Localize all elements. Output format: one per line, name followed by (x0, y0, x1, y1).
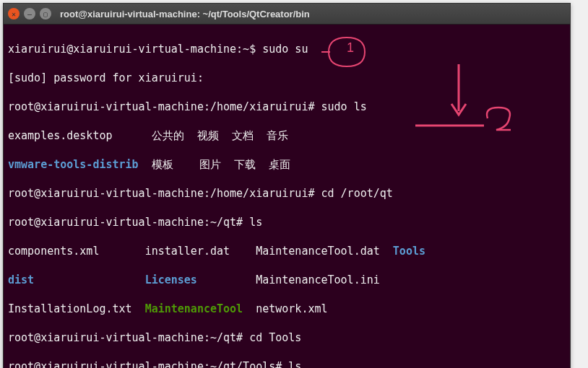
cmd: ls (249, 216, 262, 229)
ls-item: MaintenanceTool.dat (256, 245, 393, 258)
cmd: cd /root/qt (321, 187, 392, 200)
prompt: root@xiaruirui-virtual-machine:/home/xia… (8, 100, 321, 113)
prompt: root@xiaruirui-virtual-machine:~/qt# (8, 216, 249, 229)
close-icon[interactable]: ✕ (8, 8, 20, 19)
window-titlebar: ✕ – ▢ root@xiaruirui-virtual-machine: ~/… (4, 4, 570, 25)
prompt: root@xiaruirui-virtual-machine:~/qt/Tool… (8, 360, 288, 368)
minimize-icon[interactable]: – (24, 8, 35, 19)
cmd: ls (288, 360, 301, 368)
ls-item: InstallationLog.txt (8, 302, 145, 315)
maximize-icon[interactable]: ▢ (40, 8, 51, 19)
prompt: root@xiaruirui-virtual-machine:~/qt# (8, 331, 249, 344)
ls-dir: Licenses (145, 273, 256, 286)
window-title: root@xiaruirui-virtual-machine: ~/qt/Too… (60, 9, 310, 19)
ls-item: 模板 图片 下载 桌面 (139, 158, 290, 171)
ls-item: 公共的 视频 文档 音乐 (152, 129, 288, 142)
ls-item: MaintenanceTool.ini (256, 273, 380, 286)
cmd: sudo ls (321, 100, 366, 113)
ls-dir: Tools (393, 245, 425, 258)
prompt: xiaruirui@xiaruirui-virtual-machine:~$ (8, 43, 262, 56)
ls-item: installer.dat (145, 245, 256, 258)
terminal-window: ✕ – ▢ root@xiaruirui-virtual-machine: ~/… (3, 3, 571, 368)
prompt: root@xiaruirui-virtual-machine:/home/xia… (8, 187, 321, 200)
terminal-body[interactable]: xiaruirui@xiaruirui-virtual-machine:~$ s… (4, 25, 570, 368)
ls-exec: MaintenanceTool (145, 302, 256, 315)
cmd: cd Tools (249, 331, 301, 344)
ls-dir: dist (8, 273, 145, 286)
cmd: sudo su (262, 43, 308, 56)
output-line: [sudo] password for xiaruirui: (8, 71, 204, 84)
ls-dir: vmware-tools-distrib (8, 158, 139, 171)
ls-item: network.xml (256, 302, 327, 315)
ls-item: examples.desktop (8, 129, 152, 142)
ls-item: components.xml (8, 245, 145, 258)
